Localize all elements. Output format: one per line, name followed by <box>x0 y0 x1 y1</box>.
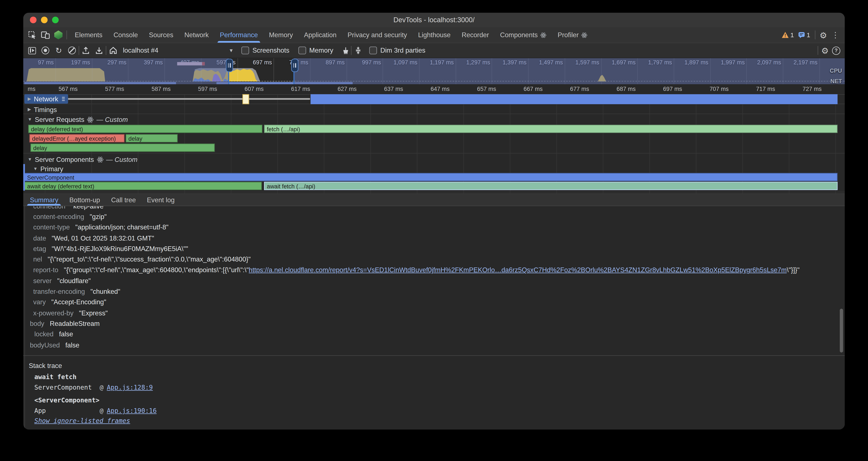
network-request-marker[interactable] <box>242 94 249 104</box>
details-tabbar: SummaryBottom-upCall treeEvent log <box>23 194 845 206</box>
details-scrollbar-thumb[interactable] <box>840 309 843 353</box>
upload-profile-icon[interactable] <box>79 44 92 56</box>
track-label-primary[interactable]: ▼ Primary <box>30 164 67 173</box>
stack-trace-list: await fetchServerComponent@App.js:128:9<… <box>23 371 845 425</box>
tab-components[interactable]: Components <box>494 27 552 43</box>
warning-count: 1 <box>790 32 794 38</box>
collapse-tracks-icon[interactable] <box>351 44 365 56</box>
download-profile-icon[interactable] <box>92 44 106 56</box>
track-label-network[interactable]: ▶ Network <box>24 94 68 104</box>
server-requests-event[interactable]: fetch (…/api) <box>264 125 837 133</box>
screenshots-checkbox[interactable]: Screenshots <box>237 47 294 54</box>
tab-label: Console <box>114 31 138 39</box>
server-components-event[interactable]: ServerComponent <box>24 173 837 181</box>
track-label-server-components[interactable]: ▼ Server Components — Custom <box>24 154 141 164</box>
property-row: vary"Accept-Encoding" <box>23 297 845 308</box>
issues-badge[interactable]: 1 <box>798 32 810 38</box>
inspect-element-icon[interactable] <box>28 29 36 41</box>
show-ignore-listed-frames-link[interactable]: Show ignore-listed frames <box>34 417 130 425</box>
server-components-event-selected[interactable]: await fetch (…/api) <box>264 182 837 190</box>
capture-settings-gear-icon[interactable]: ⚙ <box>821 46 829 55</box>
timeline-ruler: ms567 ms577 ms587 ms597 ms607 ms617 ms62… <box>23 84 845 95</box>
tab-application[interactable]: Application <box>299 27 342 43</box>
server-requests-event[interactable]: delay <box>126 134 178 142</box>
close-window-button[interactable] <box>30 17 36 23</box>
property-value: "{\"group\":\"cf-nel\",\"max_age\":60480… <box>64 266 249 274</box>
details-tab-bottom-up[interactable]: Bottom-up <box>64 194 105 205</box>
property-value: "cloudflare" <box>57 277 91 285</box>
history-dropdown[interactable]: localhost #4 ▼ <box>120 47 237 54</box>
property-name: etag <box>33 245 46 253</box>
extension-gem-icon[interactable] <box>54 31 63 39</box>
stack-trace-title: Stack trace <box>23 356 845 370</box>
server-components-event[interactable]: await delay (deferred text) <box>24 182 262 190</box>
dim-3rd-parties-checkbox[interactable]: Dim 3rd parties <box>365 47 430 54</box>
track-label-timings[interactable]: ▶ Timings <box>24 105 60 114</box>
react-atom-icon <box>97 156 103 163</box>
expand-arrow-icon[interactable]: ▶ <box>28 96 31 102</box>
record-and-reload-icon[interactable]: ↻ <box>52 44 65 56</box>
property-row: lockedfalse <box>23 329 845 340</box>
stack-frame-source-link[interactable]: App.js:190:16 <box>107 407 157 414</box>
device-toolbar-icon[interactable] <box>40 29 51 41</box>
settings-gear-icon[interactable]: ⚙ <box>819 31 827 39</box>
selection-handle-left[interactable] <box>225 59 233 72</box>
collapse-arrow-icon[interactable]: ▼ <box>28 117 32 122</box>
tab-console[interactable]: Console <box>108 27 143 43</box>
dropdown-caret-icon: ▼ <box>229 48 234 53</box>
memory-checkbox[interactable]: Memory <box>294 47 338 54</box>
tab-profiler[interactable]: Profiler <box>552 27 593 43</box>
drag-handle-icon[interactable] <box>62 97 65 101</box>
memory-checkbox-box[interactable] <box>298 47 306 54</box>
tab-lighthouse[interactable]: Lighthouse <box>413 27 456 43</box>
tab-performance[interactable]: Performance <box>214 27 264 43</box>
warnings-badge[interactable]: 1 <box>781 32 794 38</box>
details-tab-event-log[interactable]: Event log <box>142 194 180 205</box>
tab-sources[interactable]: Sources <box>143 27 179 43</box>
timeline-overview[interactable]: 97 ms197 ms297 ms397 ms497 ms597 ms697 m… <box>23 58 845 84</box>
details-tab-call-tree[interactable]: Call tree <box>105 194 142 205</box>
details-tab-summary[interactable]: Summary <box>24 194 64 205</box>
network-request-bar[interactable] <box>311 94 837 104</box>
ruler-label: 577 ms <box>92 85 137 92</box>
screenshots-checkbox-box[interactable] <box>241 47 249 54</box>
collect-garbage-icon[interactable] <box>338 44 351 56</box>
server-requests-event[interactable]: delayedError (…ayed exception) <box>29 134 125 142</box>
tab-recorder[interactable]: Recorder <box>456 27 495 43</box>
timeline-tracks[interactable]: ms567 ms577 ms587 ms597 ms607 ms617 ms62… <box>23 84 845 194</box>
clear-icon[interactable] <box>65 44 79 56</box>
tab-elements[interactable]: Elements <box>69 27 108 43</box>
tab-network[interactable]: Network <box>179 27 214 43</box>
server-requests-event[interactable]: delay <box>31 143 215 152</box>
stack-frame-at: @ <box>100 384 103 392</box>
tab-privacy-and-security[interactable]: Privacy and security <box>342 27 412 43</box>
summary-pane[interactable]: connection"keep-alive"content-encoding"g… <box>23 206 845 430</box>
maximize-window-button[interactable] <box>52 17 59 23</box>
server-requests-event[interactable]: delay (deferred text) <box>28 125 262 133</box>
stack-frame-source-link[interactable]: App.js:128:9 <box>107 384 153 392</box>
react-atom-icon <box>87 116 94 123</box>
expand-arrow-icon[interactable]: ▶ <box>28 107 31 112</box>
selection-handle-right[interactable] <box>291 59 298 72</box>
toggle-sidebar-icon[interactable] <box>25 44 39 56</box>
property-row: report-to"{\"group\":\"cf-nel\",\"max_ag… <box>23 265 845 276</box>
report-to-link[interactable]: https://a.nel.cloudflare.com/report/v4?s… <box>249 266 787 274</box>
property-value: "Express" <box>79 309 107 317</box>
dim-checkbox-box[interactable] <box>369 47 377 54</box>
property-name: locked <box>34 330 54 338</box>
help-icon[interactable]: ? <box>832 46 840 55</box>
more-options-icon[interactable]: ⋮ <box>832 31 839 39</box>
record-button[interactable] <box>39 44 52 56</box>
custom-track-suffix: — Custom <box>106 155 137 163</box>
track-label-server-requests[interactable]: ▼ Server Requests — Custom <box>24 115 131 124</box>
stack-frame-function: ServerComponent <box>34 384 100 392</box>
live-metrics-home-icon[interactable] <box>106 44 120 56</box>
minimize-window-button[interactable] <box>41 17 48 23</box>
timings-track-name: Timings <box>34 106 57 113</box>
collapse-arrow-icon[interactable]: ▼ <box>33 166 38 171</box>
tab-label: Network <box>184 31 209 39</box>
traffic-lights <box>30 17 59 23</box>
collapse-arrow-icon[interactable]: ▼ <box>28 157 32 162</box>
tab-memory[interactable]: Memory <box>264 27 299 43</box>
track-separator <box>23 153 845 153</box>
